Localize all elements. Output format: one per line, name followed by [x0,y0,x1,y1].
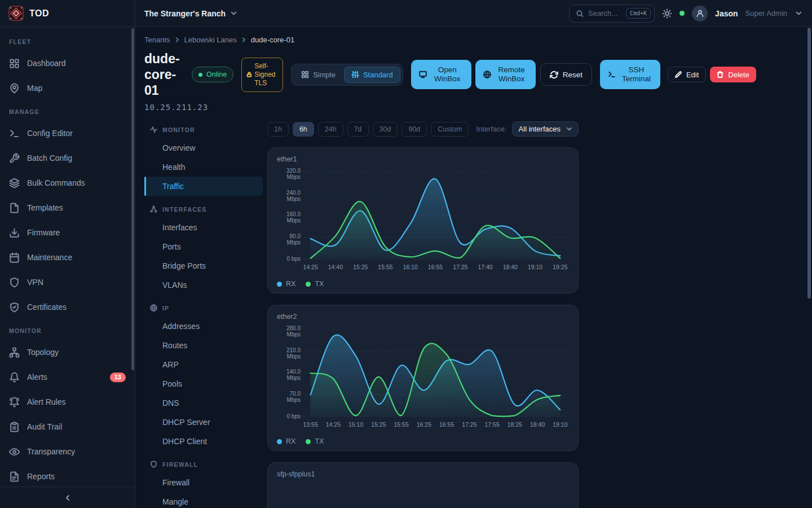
sidebar-item-alert-rules[interactable]: Alert Rules [0,389,135,414]
sidebar-item-topology[interactable]: Topology [0,340,135,365]
button-label: Edit [686,71,699,79]
sidebar-item-reports[interactable]: Reports [0,464,135,487]
subnav-item-traffic[interactable]: Traffic [144,177,263,196]
svg-text:0 bps: 0 bps [287,256,301,262]
subnav-item-arp[interactable]: ARP [144,355,263,374]
sidebar-item-label: Config Editor [27,129,73,138]
sun-icon[interactable] [662,8,672,19]
edit-button[interactable]: Edit [668,67,706,82]
view-toggle-standard[interactable]: Standard [344,67,400,83]
sidebar-item-transparency[interactable]: Transparency [0,439,135,464]
svg-text:Mbps: Mbps [287,375,301,381]
chart-title: ether2 [277,313,569,321]
interface-filter-label: Interface: [476,125,506,133]
sidebar-item-vpn[interactable]: VPN [0,270,135,295]
sidebar-item-templates[interactable]: Templates [0,195,135,220]
remote-winbox-button[interactable]: Remote WinBox [475,60,536,89]
legend-dot-icon [277,282,282,287]
avatar[interactable] [692,6,708,21]
status-badge-label: Online [206,71,227,78]
time-range-custom[interactable]: Custom [431,122,469,137]
shield-icon [9,277,20,288]
subnav-item-pools[interactable]: Pools [144,374,263,393]
svg-text:Mbps: Mbps [287,174,301,180]
sidebar-item-label: VPN [27,278,43,287]
view-toggle-simple[interactable]: Simple [294,67,343,83]
user-icon [696,9,704,17]
subnav-item-vlans[interactable]: VLANs [144,275,263,295]
sidebar-item-config-editor[interactable]: Config Editor [0,121,135,146]
sidebar-item-firmware[interactable]: Firmware [0,220,135,245]
ssh-terminal-button[interactable]: SSH Terminal [600,60,660,89]
search-icon [576,10,584,17]
subnav-item-interfaces[interactable]: Interfaces [144,218,263,237]
time-range-30d[interactable]: 30d [373,122,398,137]
sidebar-item-bulk-commands[interactable]: Bulk Commands [0,170,135,195]
shield-check-icon [9,302,20,313]
subnav-item-dns[interactable]: DNS [144,393,263,413]
button-label: SSH Terminal [620,65,652,84]
subnav-item-firewall[interactable]: Firewall [144,473,263,492]
time-range-1h[interactable]: 1h [267,122,289,137]
subnav-section-label: MONITOR [162,126,195,133]
sidebar-item-label: Bulk Commands [27,178,85,187]
pencil-icon [675,71,682,78]
subnav-item-dhcp-server[interactable]: DHCP Server [144,413,263,432]
brand: TOD [0,0,135,27]
sidebar-collapse-button[interactable] [0,487,135,508]
subnav-item-dhcp-client[interactable]: DHCP Client [144,432,263,451]
subnav-item-overview[interactable]: Overview [144,138,263,157]
svg-text:14:25: 14:25 [326,421,341,428]
sidebar-item-certificates[interactable]: Certificates [0,295,135,319]
subnav-item-ports[interactable]: Ports [144,237,263,256]
sidebar-item-maintenance[interactable]: Maintenance [0,245,135,270]
grid-icon [301,71,309,78]
breadcrumb-tenant[interactable]: Lebowski Lanes [184,36,237,44]
chevron-left-icon [63,493,72,502]
chart-legend: RXTX [277,437,569,445]
subnav-item-mangle[interactable]: Mangle [144,492,263,508]
breadcrumb-tenants[interactable]: Tenants [144,36,170,44]
svg-text:280.0: 280.0 [286,325,301,331]
sidebar-item-label: Templates [27,203,63,212]
sidebar-item-audit-trail[interactable]: Audit Trail [0,414,135,439]
sidebar-item-label: Topology [27,348,59,357]
subnav-section-label: FIREWALL [162,461,198,468]
delete-button[interactable]: Delete [710,67,756,82]
legend-dot-icon [306,282,311,287]
sidebar-item-map[interactable]: Map [0,76,135,100]
open-winbox-button[interactable]: Open WinBox [411,60,471,89]
sidebar-item-alerts[interactable]: Alerts13 [0,365,135,389]
reset-button[interactable]: Reset [540,63,592,86]
search-input[interactable]: Search... Cmd+K [569,5,655,23]
time-range-7d[interactable]: 7d [347,122,369,137]
sidebar-scrollbar[interactable] [131,28,134,370]
legend-item-rx: RX [277,280,295,288]
svg-text:240.0: 240.0 [286,190,301,196]
subnav-item-bridge-ports[interactable]: Bridge Ports [144,256,263,275]
sidebar-item-dashboard[interactable]: Dashboard [0,51,135,76]
time-range-6h[interactable]: 6h [293,122,314,137]
sidebar-item-label: Batch Config [27,154,72,163]
svg-text:16:55: 16:55 [439,421,454,428]
sidebar-item-batch-config[interactable]: Batch Config [0,146,135,170]
main-scrollbar[interactable] [807,28,811,299]
subnav-item-addresses[interactable]: Addresses [144,317,263,336]
subnav-item-health[interactable]: Health [144,157,263,177]
monitor-icon [419,71,427,78]
subnav-item-routes[interactable]: Routes [144,336,263,355]
refresh-icon [550,71,558,79]
time-range-24h[interactable]: 24h [318,122,343,137]
user-name: Jason [715,9,738,18]
tenant-selector[interactable]: The Stranger's Ranch [144,9,238,18]
interface-select[interactable]: All interfaces [512,121,579,137]
chart-card-ether1: ether1320.0Mbps240.0Mbps160.0Mbps80.0Mbp… [267,147,579,294]
legend-dot-icon [306,439,311,444]
chart-legend: RXTX [277,280,569,288]
device-subnav: MONITOROverviewHealthTrafficINTERFACESIn… [144,121,263,508]
chevron-down-icon [230,9,238,17]
time-range-90d[interactable]: 90d [401,122,427,137]
network-icon [9,347,20,358]
wrench-icon [9,153,20,164]
chevron-down-icon[interactable] [795,9,803,17]
